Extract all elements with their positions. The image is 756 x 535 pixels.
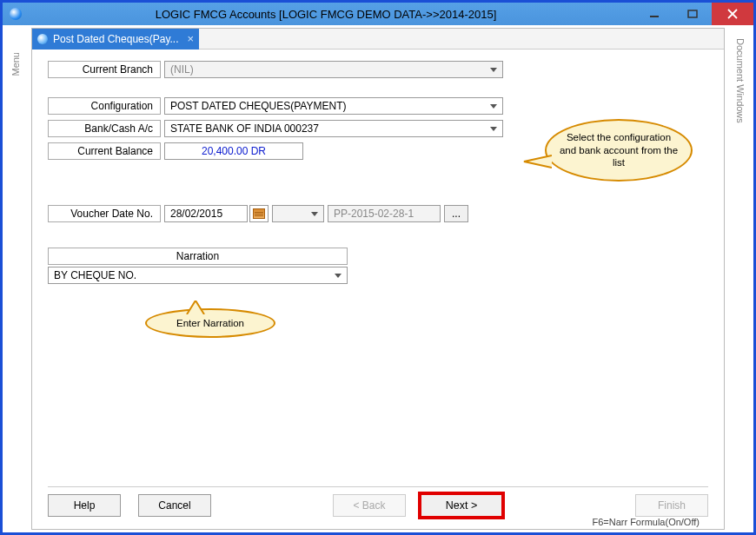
label-bank-cash: Bank/Cash A/c: [48, 120, 161, 137]
callout-config-bank-text: Select the configuration and bank accoun…: [559, 131, 679, 168]
sidebar-menu-label[interactable]: Menu: [10, 52, 21, 76]
finish-button: Finish: [635, 494, 708, 517]
maximize-button[interactable]: [673, 3, 712, 25]
work-area: Menu Document Windows Post Dated Cheques…: [5, 28, 751, 530]
label-voucher-date-no: Voucher Date No.: [48, 205, 161, 222]
bank-cash-value: STATE BANK OF INDIA 000237: [170, 122, 319, 135]
next-button-label: Next >: [446, 499, 477, 512]
help-button[interactable]: Help: [48, 494, 121, 517]
svg-rect-1: [688, 10, 697, 17]
cancel-button[interactable]: Cancel: [138, 494, 211, 517]
close-icon: [727, 9, 738, 19]
sidebar-docwindows-label[interactable]: Document Windows: [735, 38, 746, 123]
form-area: Current Branch (NIL) Configuration POST …: [32, 51, 724, 487]
document-panel: Post Dated Cheques(Pay... × Current Bran…: [31, 28, 725, 530]
help-button-label: Help: [74, 499, 96, 512]
titlebar: LOGIC FMCG Accounts [LOGIC FMCG DEMO DAT…: [3, 3, 753, 25]
configuration-select[interactable]: POST DATED CHEQUES(PAYMENT): [164, 97, 503, 115]
dots-icon: ...: [452, 208, 461, 220]
next-button[interactable]: Next >: [418, 492, 505, 519]
callout-tail-icon: [522, 153, 552, 170]
voucher-date-value: 28/02/2015: [170, 208, 222, 220]
finish-button-label: Finish: [658, 499, 686, 512]
current-branch-select[interactable]: (NIL): [164, 61, 503, 78]
label-current-branch: Current Branch: [48, 61, 161, 78]
tab-close-icon[interactable]: ×: [188, 32, 195, 45]
back-button-label: < Back: [353, 499, 385, 512]
voucher-date-input[interactable]: 28/02/2015: [164, 205, 248, 222]
footer-separator: [48, 486, 708, 487]
back-button: < Back: [333, 494, 406, 517]
bank-cash-select[interactable]: STATE BANK OF INDIA 000237: [164, 120, 503, 137]
tab-strip: Post Dated Cheques(Pay... ×: [32, 29, 724, 50]
callout-config-bank: Select the configuration and bank accoun…: [545, 119, 693, 182]
callout-narration-text: Enter Narration: [176, 317, 244, 329]
narration-select[interactable]: BY CHEQUE NO.: [48, 267, 348, 284]
narration-header: Narration: [48, 248, 348, 265]
voucher-blank-select[interactable]: [272, 205, 324, 222]
current-branch-value: (NIL): [170, 63, 194, 76]
button-bar: Help Cancel < Back Next > Finish: [32, 491, 724, 520]
label-configuration: Configuration: [48, 97, 161, 115]
voucher-no-value: PP-2015-02-28-1: [334, 208, 414, 220]
cancel-button-label: Cancel: [158, 499, 190, 512]
app-icon: [10, 8, 22, 20]
voucher-browse-button[interactable]: ...: [444, 205, 468, 222]
callout-tail-icon: [183, 301, 208, 314]
calendar-button[interactable]: [249, 205, 269, 222]
tab-post-dated-cheques[interactable]: Post Dated Cheques(Pay... ×: [32, 29, 199, 50]
tab-label: Post Dated Cheques(Pay...: [53, 33, 179, 45]
configuration-value: POST DATED CHEQUES(PAYMENT): [170, 100, 346, 112]
window-controls: [635, 3, 753, 25]
footnote: F6=Narr Formula(On/Off): [592, 517, 700, 527]
minimize-button[interactable]: [635, 3, 673, 25]
application-window: LOGIC FMCG Accounts [LOGIC FMCG DEMO DAT…: [0, 0, 756, 535]
tab-doc-icon: [37, 34, 48, 44]
current-balance-field: 20,400.00 DR: [164, 142, 303, 160]
voucher-no-field: PP-2015-02-28-1: [328, 205, 441, 222]
minimize-icon: [649, 9, 660, 19]
close-button[interactable]: [712, 3, 753, 25]
current-balance-value: 20,400.00 DR: [170, 145, 297, 157]
label-current-balance: Current Balance: [48, 142, 161, 160]
narration-value: BY CHEQUE NO.: [54, 269, 136, 281]
maximize-icon: [687, 9, 698, 19]
calendar-icon: [253, 208, 265, 219]
callout-narration: Enter Narration: [145, 308, 275, 338]
